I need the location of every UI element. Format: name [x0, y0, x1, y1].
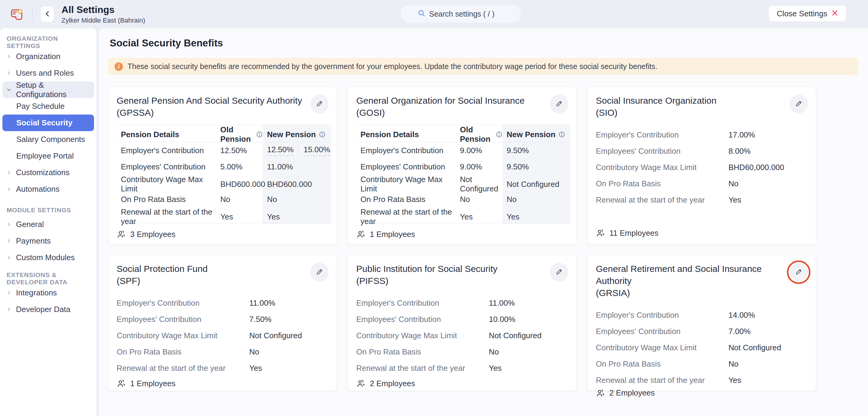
detail-row: Renewal at the start of the yearYes	[117, 360, 328, 376]
sidebar-item-developer-data[interactable]: Developer Data	[2, 301, 94, 318]
row-label: On Pro Rata Basis	[117, 347, 249, 357]
benefit-details: Employer's Contribution17.00% Employees'…	[596, 127, 807, 208]
sidebar-item-label: Social Security	[16, 118, 72, 127]
table-row: Employer's Contribution 9.00% 9.50%	[356, 142, 568, 158]
employees-icon	[356, 379, 365, 388]
info-icon[interactable]	[496, 131, 502, 138]
old-pension-value: No	[216, 195, 263, 204]
info-icon[interactable]	[558, 131, 565, 138]
chevron-right-icon	[7, 54, 11, 59]
old-pension-value: 12.50%	[216, 146, 263, 155]
sidebar-item-label: Automations	[16, 184, 60, 194]
edit-button[interactable]	[789, 95, 808, 113]
search-settings-box[interactable]	[401, 5, 521, 23]
detail-row: Employer's Contribution11.00%	[117, 295, 328, 311]
close-settings-button[interactable]: Close Settings	[769, 5, 846, 22]
sidebar-item-general[interactable]: General	[2, 216, 94, 233]
info-icon[interactable]	[319, 131, 326, 138]
back-button[interactable]	[40, 6, 54, 22]
table-row: Contributory Wage Max Limit BHD600.000 B…	[117, 175, 328, 191]
sidebar-item-label: Custom Modules	[16, 253, 75, 262]
card-footer: 1 Employees	[356, 224, 568, 244]
row-value: Yes	[728, 376, 807, 385]
new-pension-value: 9.50%	[502, 146, 568, 155]
sidebar-item-label: General	[16, 220, 44, 229]
sidebar-item-pay-schedule[interactable]: Pay Schedule	[2, 98, 94, 115]
page-header-title: All Settings	[61, 4, 145, 15]
table-row: On Pro Rata Basis No No	[356, 191, 568, 207]
employees-count: 2 Employees	[610, 388, 655, 397]
employees-count: 1 Employees	[370, 230, 415, 239]
sidebar-item-automations[interactable]: Automations	[2, 181, 94, 198]
sidebar-item-custom-modules[interactable]: Custom Modules	[2, 249, 94, 266]
card-footer: 11 Employees	[596, 221, 807, 244]
new-pension-value: 12.50% 15.00%	[263, 145, 330, 156]
detail-row: On Pro Rata BasisNo	[596, 356, 807, 372]
card-title-line1: Public Institution for Social Security	[356, 264, 498, 274]
employees-icon	[596, 229, 605, 238]
edit-button-highlighted[interactable]	[789, 263, 808, 281]
close-icon	[832, 9, 838, 19]
row-value: 11.00%	[489, 298, 568, 308]
row-label: On Pro Rata Basis	[356, 347, 489, 357]
new-pension-value: Yes	[263, 212, 328, 221]
sidebar-item-salary-components[interactable]: Salary Components	[2, 131, 94, 148]
detail-row: On Pro Rata BasisNo	[356, 344, 568, 360]
employees-icon	[117, 230, 126, 239]
sidebar-item-integrations[interactable]: Integrations	[2, 285, 94, 301]
old-pension-value: 5.00%	[216, 162, 263, 172]
chevron-left-icon	[44, 10, 50, 18]
detail-row: Renewal at the start of the yearYes	[596, 192, 807, 208]
edit-button[interactable]	[550, 95, 568, 113]
row-label: On Pro Rata Basis	[117, 195, 216, 204]
header-divider	[32, 8, 33, 20]
chevron-right-icon	[7, 239, 11, 243]
sidebar-item-social-security[interactable]: Social Security	[2, 115, 94, 131]
sidebar-item-label: Customizations	[16, 168, 70, 177]
detail-row: Employees' Contribution10.00%	[356, 311, 568, 327]
table-row: Employer's Contribution 12.50% 12.50% 15…	[117, 142, 328, 158]
sidebar-item-label: Payments	[16, 236, 51, 246]
table-row: Employees' Contribution 9.00% 9.50%	[356, 158, 568, 175]
info-icon[interactable]	[256, 131, 263, 138]
row-label: Contributory Wage Max Limit	[596, 343, 728, 352]
organization-name: Zylker Middle East (Bahrain)	[61, 17, 145, 24]
column-header: Old Pension	[216, 125, 263, 144]
row-label: Employees' Contribution	[356, 162, 456, 172]
column-header: Pension Details	[117, 130, 216, 139]
sidebar-section-heading: ORGANIZATION SETTINGS	[2, 36, 94, 48]
new-pension-value: BHD600.000	[263, 180, 328, 189]
sidebar-item-customizations[interactable]: Customizations	[2, 164, 94, 181]
detail-row: Contributory Wage Max LimitBHD60,000.000	[596, 159, 807, 175]
detail-row: Employees' Contribution7.50%	[117, 311, 328, 327]
card-title: General Retirement and Social Insurance …	[596, 263, 783, 299]
edit-button[interactable]	[550, 263, 568, 281]
card-title-line2: (PIFSS)	[356, 276, 389, 286]
benefit-card-grsia: General Retirement and Social Insurance …	[587, 255, 816, 391]
sidebar-item-organization[interactable]: Organization	[2, 48, 94, 65]
sidebar-item-label: Salary Components	[16, 135, 85, 144]
new-pension-value-b[interactable]: 15.00%	[304, 145, 330, 156]
row-value: Yes	[728, 195, 807, 205]
benefit-card-pifss: Public Institution for Social Security (…	[347, 255, 577, 391]
row-label: Employer's Contribution	[117, 146, 216, 155]
sidebar-item-employee-portal[interactable]: Employee Portal	[2, 148, 94, 164]
sidebar-section-heading: MODULE SETTINGS	[2, 204, 94, 216]
old-pension-value: Yes	[456, 212, 502, 221]
chevron-right-icon	[7, 255, 11, 260]
sidebar-item-users-and-roles[interactable]: Users and Roles	[2, 65, 94, 81]
row-label: Renewal at the start of the year	[117, 207, 216, 226]
sidebar-item-setup-configurations[interactable]: Setup & Configurations	[2, 81, 94, 98]
edit-button[interactable]	[310, 95, 329, 113]
search-input[interactable]	[429, 10, 504, 19]
card-title: General Pension And Social Security Auth…	[117, 95, 304, 119]
chevron-right-icon	[7, 307, 11, 312]
table-row: Renewal at the start of the year Yes Yes	[117, 207, 328, 224]
edit-button[interactable]	[310, 263, 329, 281]
row-value: 11.00%	[249, 298, 328, 308]
new-pension-value-a[interactable]: 12.50%	[267, 145, 293, 156]
row-label: Employees' Contribution	[596, 327, 728, 336]
main-content: Social Security Benefits i These social …	[99, 28, 868, 416]
row-label: Employees' Contribution	[117, 315, 249, 324]
sidebar-item-payments[interactable]: Payments	[2, 233, 94, 249]
